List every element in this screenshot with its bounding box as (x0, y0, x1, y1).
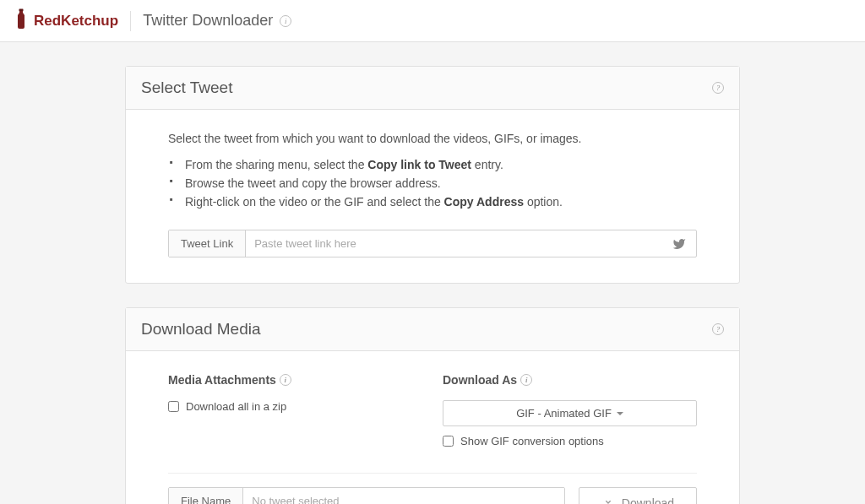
download-as-label: Download As i (443, 373, 697, 387)
intro-text: Select the tweet from which you want to … (168, 132, 697, 145)
select-tweet-card: Select Tweet ? Select the tweet from whi… (125, 66, 740, 284)
filename-label: File Name (169, 488, 243, 504)
download-as-select[interactable]: GIF - Animated GIF (443, 400, 697, 426)
checkbox-label: Show GIF conversion options (460, 435, 604, 447)
info-icon[interactable]: i (520, 374, 532, 386)
media-attachments-label: Media Attachments i (168, 373, 422, 387)
brand-name: RedKetchup (34, 13, 118, 30)
tweet-link-group: Tweet Link (168, 230, 697, 257)
info-icon[interactable]: i (280, 374, 291, 386)
list-item: Right-click on the video or the GIF and … (185, 192, 697, 211)
svg-rect-0 (19, 9, 24, 12)
download-media-card: Download Media ? Media Attachments i Dow… (125, 307, 740, 504)
download-button-label: Download (622, 496, 674, 505)
list-item: From the sharing menu, select the Copy l… (185, 155, 697, 174)
card-header: Download Media ? (126, 308, 739, 351)
page-title: Twitter Downloader (143, 12, 273, 30)
app-header: RedKetchup Twitter Downloader i (0, 0, 865, 42)
card-title: Select Tweet (141, 79, 232, 97)
card-header: Select Tweet ? (126, 67, 739, 110)
gif-options-checkbox[interactable] (443, 436, 454, 447)
list-item: Browse the tweet and copy the browser ad… (185, 174, 697, 192)
filename-input[interactable] (243, 488, 564, 504)
tweet-link-input[interactable] (246, 230, 662, 257)
tweet-link-label: Tweet Link (169, 230, 246, 257)
header-divider (130, 11, 131, 31)
help-icon[interactable]: ? (712, 82, 724, 94)
ketchup-bottle-icon (14, 8, 29, 33)
chevron-down-icon (617, 412, 623, 415)
download-button[interactable]: Download (579, 487, 697, 504)
info-icon[interactable]: i (280, 15, 291, 27)
card-title: Download Media (141, 320, 261, 339)
download-icon (601, 495, 615, 504)
brand[interactable]: RedKetchup (14, 8, 118, 33)
checkbox-label: Download all in a zip (186, 400, 286, 413)
gif-options-checkbox-row[interactable]: Show GIF conversion options (443, 435, 697, 447)
download-zip-checkbox-row[interactable]: Download all in a zip (168, 400, 422, 413)
instructions-list: From the sharing menu, select the Copy l… (168, 155, 697, 211)
download-zip-checkbox[interactable] (168, 401, 179, 412)
twitter-icon (662, 230, 696, 257)
filename-group: File Name (168, 487, 565, 504)
select-value: GIF - Animated GIF (516, 407, 612, 420)
help-icon[interactable]: ? (712, 323, 724, 335)
